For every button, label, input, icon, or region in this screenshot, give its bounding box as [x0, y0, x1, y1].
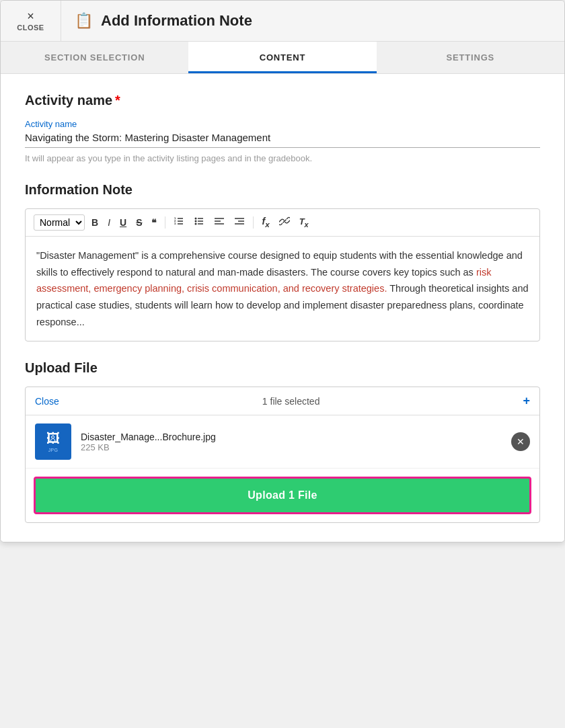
header-title-area: 📋 Add Information Note [61, 1, 266, 40]
upload-close-link[interactable]: Close [35, 396, 59, 407]
file-thumbnail: 🖼 JPG [35, 423, 71, 460]
upload-file-heading: Upload File [25, 360, 540, 376]
rich-text-editor: Normal B I U S ❝ 1.2.3. [25, 208, 540, 341]
tab-section-selection[interactable]: SECTION SELECTION [1, 42, 188, 73]
tab-settings[interactable]: SETTINGS [377, 42, 564, 73]
tabs-bar: SECTION SELECTION CONTENT SETTINGS [1, 42, 564, 74]
editor-body[interactable]: "Disaster Management" is a comprehensive… [26, 237, 539, 341]
file-name: Disaster_Manage...Brochure.jpg [81, 432, 502, 442]
file-size: 225 KB [81, 442, 502, 452]
editor-toolbar: Normal B I U S ❝ 1.2.3. [26, 209, 539, 237]
file-thumbnail-text: JPG [48, 448, 59, 452]
information-note-section: Information Note Normal B I U S ❝ 1.2.3. [25, 182, 540, 341]
clear-format-button[interactable]: Tx [297, 215, 311, 231]
editor-content-normal: "Disaster Management" is a comprehensive… [36, 250, 523, 278]
file-item: 🖼 JPG Disaster_Manage...Brochure.jpg 225… [26, 415, 539, 469]
ordered-list-button[interactable]: 1.2.3. [171, 214, 187, 231]
quote-button[interactable]: ❝ [149, 216, 159, 230]
activity-name-section: Activity name* Activity name Navigating … [25, 93, 540, 163]
underline-button[interactable]: U [117, 216, 129, 230]
activity-name-field-label: Activity name [25, 119, 540, 129]
svg-point-11 [195, 223, 197, 225]
information-note-heading: Information Note [25, 182, 540, 198]
align-left-button[interactable] [211, 214, 227, 231]
strikethrough-button[interactable]: S [133, 216, 145, 230]
activity-name-field-value[interactable]: Navigating the Storm: Mastering Disaster… [25, 132, 540, 148]
unordered-list-button[interactable] [191, 214, 207, 231]
modal-header: × CLOSE 📋 Add Information Note [1, 1, 564, 42]
format-select[interactable]: Normal [34, 214, 85, 231]
file-info: Disaster_Manage...Brochure.jpg 225 KB [81, 432, 502, 452]
close-icon: × [27, 10, 34, 22]
upload-file-count: 1 file selected [262, 396, 320, 407]
close-label: CLOSE [17, 24, 44, 32]
document-icon: 📋 [75, 12, 93, 30]
upload-header: Close 1 file selected + [26, 387, 539, 415]
activity-name-hint: It will appear as you type in the activi… [25, 153, 540, 163]
italic-button[interactable]: I [105, 216, 113, 230]
upload-file-section: Upload File Close 1 file selected + 🖼 JP… [25, 360, 540, 523]
toolbar-divider-2 [253, 216, 254, 229]
required-star: * [115, 93, 120, 108]
modal-title: Add Information Note [101, 12, 252, 30]
upload-action-area: Upload 1 File [26, 469, 539, 522]
svg-point-9 [195, 218, 197, 220]
svg-text:3.: 3. [174, 222, 176, 225]
content-area: Activity name* Activity name Navigating … [1, 74, 564, 542]
activity-name-heading: Activity name* [25, 93, 540, 108]
bold-button[interactable]: B [89, 216, 101, 230]
svg-point-10 [195, 220, 197, 223]
close-button[interactable]: × CLOSE [1, 1, 61, 41]
link-button[interactable] [276, 214, 293, 231]
tab-content[interactable]: CONTENT [188, 42, 376, 73]
upload-container: Close 1 file selected + 🖼 JPG Disaster_M… [25, 387, 540, 523]
toolbar-divider-1 [165, 216, 165, 229]
align-right-button[interactable] [231, 214, 248, 231]
file-thumbnail-icon: 🖼 [46, 431, 60, 446]
upload-add-button[interactable]: + [523, 394, 530, 408]
add-information-note-modal: × CLOSE 📋 Add Information Note SECTION S… [0, 0, 565, 542]
file-remove-button[interactable]: ✕ [511, 432, 530, 451]
upload-button[interactable]: Upload 1 File [34, 477, 531, 514]
formula-button[interactable]: fx [259, 214, 272, 231]
